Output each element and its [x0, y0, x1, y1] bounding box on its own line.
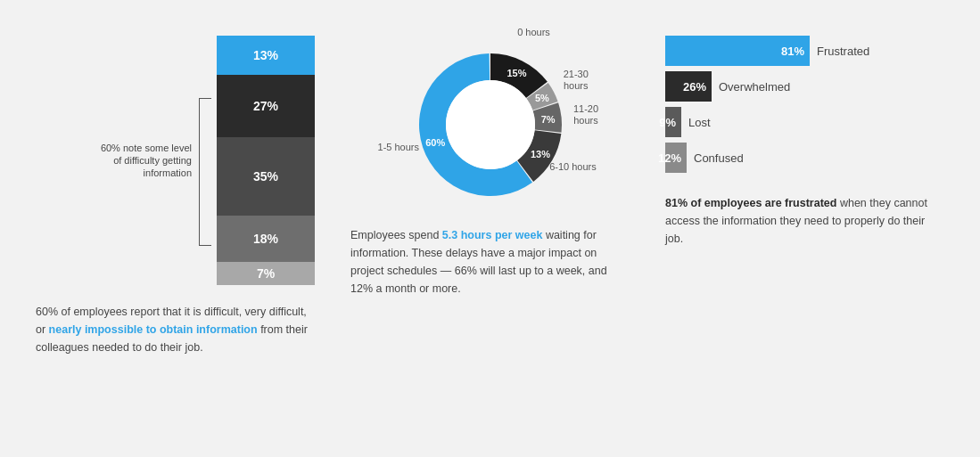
- donut-seg-label-2: 7%: [540, 114, 555, 125]
- donut-seg-label-3: 13%: [530, 149, 549, 159]
- hbar-row-1: 26%Overwhelmed: [665, 71, 944, 102]
- hbar-overwhelmed: 26%: [665, 71, 712, 102]
- donut-ext-label-3: 6-10 hours: [548, 161, 597, 173]
- panel3-bold: 81% of employees are frustrated: [665, 197, 836, 209]
- panel-hbars: 81%Frustrated26%Overwhelmed9%Lost12%Conf…: [647, 27, 944, 430]
- bar-segment-13: 13%: [217, 36, 315, 75]
- hbar-list: 81%Frustrated26%Overwhelmed9%Lost12%Conf…: [665, 36, 944, 178]
- bar-segment-18: 18%: [217, 216, 315, 262]
- stacked-bar-wrapper: 60% note some level of difficulty gettin…: [36, 36, 315, 285]
- panel3-description: 81% of employees are frustrated when the…: [665, 194, 944, 248]
- donut-svg: 15%5%7%13%60%: [401, 36, 580, 214]
- main-container: 60% note some level of difficulty gettin…: [0, 0, 980, 457]
- panel-donut: 15%5%7%13%60% 0 hours21-30 hours11-20 ho…: [333, 27, 647, 430]
- donut-ext-label-2: 11-20 hours: [561, 103, 611, 126]
- donut-ext-label-4: 1-5 hours: [374, 142, 424, 153]
- donut-ext-label-0: 0 hours: [509, 27, 559, 38]
- hbar-label-3: Confused: [694, 151, 744, 165]
- hbar-row-3: 12%Confused: [665, 143, 944, 173]
- hbar-frustrated: 81%: [665, 36, 810, 66]
- donut-seg-label-0: 15%: [506, 68, 526, 78]
- hbar-label-0: Frustrated: [817, 45, 869, 58]
- bar-segment-27: 27%: [217, 75, 315, 137]
- donut-seg-label-4: 60%: [425, 137, 445, 148]
- hbar-confused: 12%: [665, 143, 687, 173]
- hbar-row-2: 9%Lost: [665, 107, 944, 137]
- bar-segment-7: 7%: [217, 262, 315, 285]
- panel2-highlight: 5.3 hours per week: [442, 229, 543, 241]
- panel2-text-1: Employees spend: [350, 229, 442, 241]
- hbar-label-1: Overwhelmed: [719, 80, 790, 94]
- panel-stacked-bar: 60% note some level of difficulty gettin…: [36, 27, 333, 430]
- bracket: [199, 98, 211, 246]
- bracket-label: 60% note some level of difficulty gettin…: [94, 142, 192, 180]
- donut-chart: 15%5%7%13%60% 0 hours21-30 hours11-20 ho…: [401, 36, 580, 214]
- hbar-row-0: 81%Frustrated: [665, 36, 944, 66]
- donut-center: [446, 80, 535, 169]
- panel2-description: Employees spend 5.3 hours per week waiti…: [350, 226, 630, 298]
- donut-ext-label-1: 21-30 hours: [551, 69, 601, 92]
- hbar-label-2: Lost: [688, 116, 711, 129]
- panel1-text-highlight: nearly impossible to obtain information: [49, 323, 258, 336]
- donut-seg-label-1: 5%: [534, 93, 548, 103]
- panel1-description: 60% of employees report that it is diffi…: [36, 303, 315, 356]
- bar-segment-35: 35%: [217, 137, 315, 216]
- stacked-bar: 13%27%35%18%7%: [217, 36, 315, 285]
- hbar-lost: 9%: [665, 107, 681, 137]
